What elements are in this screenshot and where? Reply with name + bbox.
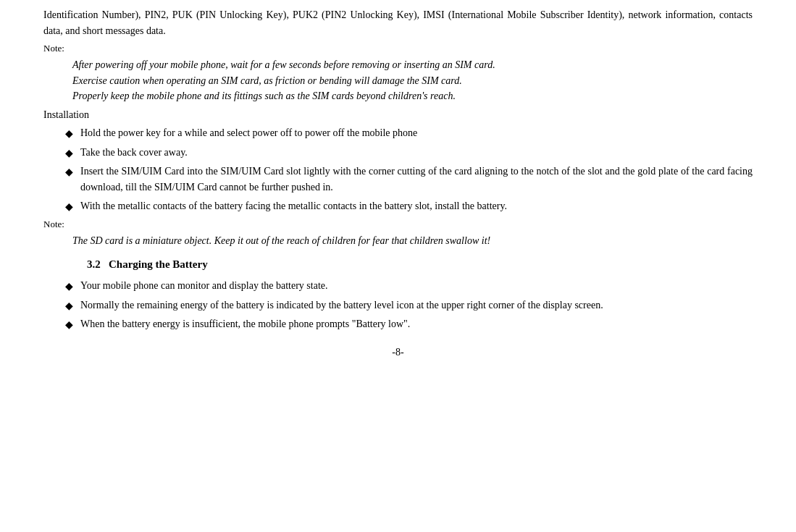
installation-bullets: ◆ Hold the power key for a while and sel… <box>43 125 753 214</box>
diamond-icon: ◆ <box>65 145 73 161</box>
list-item: ◆ Hold the power key for a while and sel… <box>43 125 753 142</box>
diamond-icon: ◆ <box>65 317 73 333</box>
bullet-text-3: Insert the SIM/UIM Card into the SIM/UIM… <box>80 164 753 195</box>
note1-line2: Exercise caution when operating an SIM c… <box>72 73 753 89</box>
section32-number: 3.2 <box>87 258 101 270</box>
list-item: ◆ With the metallic contacts of the batt… <box>43 198 753 215</box>
list-item: ◆ Take the back cover away. <box>43 145 753 161</box>
list-item: ◆ Insert the SIM/UIM Card into the SIM/U… <box>43 164 753 195</box>
diamond-icon: ◆ <box>65 279 73 295</box>
intro-paragraph: Identification Number), PIN2, PUK (PIN U… <box>43 7 753 38</box>
diamond-icon: ◆ <box>65 298 73 314</box>
section32-heading: 3.2 Charging the Battery <box>87 256 753 273</box>
charging-bullets: ◆ Your mobile phone can monitor and disp… <box>43 278 753 333</box>
page-content: Identification Number), PIN2, PUK (PIN U… <box>43 7 753 360</box>
section32-title: Charging the Battery <box>109 258 208 270</box>
installation-title: Installation <box>43 107 753 122</box>
charging-bullet-text-2: Normally the remaining energy of the bat… <box>80 297 753 313</box>
page-number: -8- <box>43 345 753 360</box>
diamond-icon: ◆ <box>65 126 73 142</box>
diamond-icon: ◆ <box>65 199 73 215</box>
charging-bullet-text-1: Your mobile phone can monitor and displa… <box>80 278 753 294</box>
list-item: ◆ When the battery energy is insufficien… <box>43 316 753 333</box>
list-item: ◆ Your mobile phone can monitor and disp… <box>43 278 753 295</box>
diamond-icon: ◆ <box>65 164 73 180</box>
charging-bullet-text-3: When the battery energy is insufficient,… <box>80 316 753 332</box>
bullet-text-2: Take the back cover away. <box>80 145 753 161</box>
list-item: ◆ Normally the remaining energy of the b… <box>43 297 753 314</box>
note2-label: Note: <box>43 217 753 232</box>
note1-label: Note: <box>43 41 753 56</box>
note1-line3: Properly keep the mobile phone and its f… <box>72 88 753 104</box>
note1-line1: After powering off your mobile phone, wa… <box>72 57 753 73</box>
note2-line1: The SD card is a miniature object. Keep … <box>72 233 753 249</box>
bullet-text-4: With the metallic contacts of the batter… <box>80 198 753 214</box>
bullet-text-1: Hold the power key for a while and selec… <box>80 125 753 141</box>
